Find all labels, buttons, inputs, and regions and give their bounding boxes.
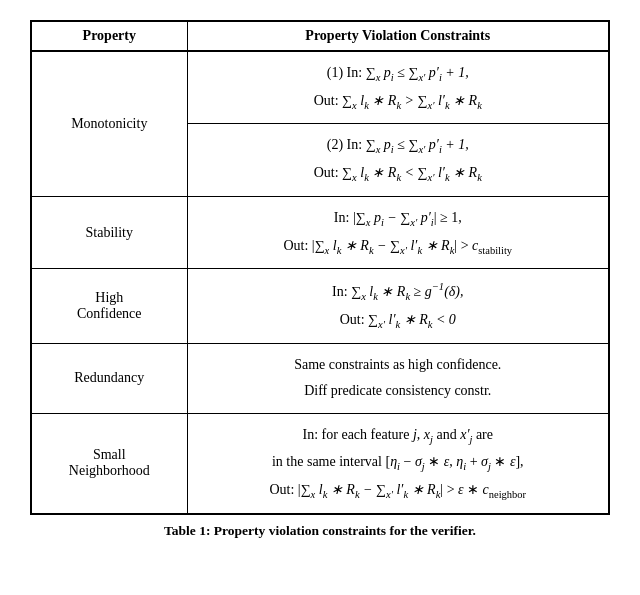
constraint-monotonicity-2: (2) In: ∑x pi ≤ ∑x′ p′i + 1, Out: ∑x lk …	[187, 124, 609, 196]
main-table: Property Property Violation Constraints …	[30, 20, 610, 515]
property-high-confidence: HighConfidence	[31, 269, 187, 343]
property-redundancy: Redundancy	[31, 343, 187, 413]
property-stability: Stability	[31, 196, 187, 268]
constraint-high-confidence: In: ∑x lk ∗ Rk ≥ g−1(δ), Out: ∑x′ l′k ∗ …	[187, 269, 609, 343]
constraint-monotonicity-1: (1) In: ∑x pi ≤ ∑x′ p′i + 1, Out: ∑x lk …	[187, 51, 609, 124]
property-monotonicity: Monotonicity	[31, 51, 187, 196]
header-constraint: Property Violation Constraints	[187, 21, 609, 51]
table-container: Property Property Violation Constraints …	[30, 20, 610, 539]
table-row: HighConfidence In: ∑x lk ∗ Rk ≥ g−1(δ), …	[31, 269, 609, 343]
table-row: Stability In: |∑x pi − ∑x′ p′i| ≥ 1, Out…	[31, 196, 609, 268]
header-property: Property	[31, 21, 187, 51]
constraint-redundancy: Same constraints as high confidence. Dif…	[187, 343, 609, 413]
table-caption: Table 1: Property violation constraints …	[30, 523, 610, 539]
table-row: Redundancy Same constraints as high conf…	[31, 343, 609, 413]
property-small-neighborhood: SmallNeighborhood	[31, 413, 187, 514]
caption-text: Table 1: Property violation constraints …	[164, 523, 476, 538]
constraint-small-neighborhood: In: for each feature j, xj and x′j are i…	[187, 413, 609, 514]
table-row: SmallNeighborhood In: for each feature j…	[31, 413, 609, 514]
constraint-stability: In: |∑x pi − ∑x′ p′i| ≥ 1, Out: |∑x lk ∗…	[187, 196, 609, 268]
table-row: Monotonicity (1) In: ∑x pi ≤ ∑x′ p′i + 1…	[31, 51, 609, 124]
